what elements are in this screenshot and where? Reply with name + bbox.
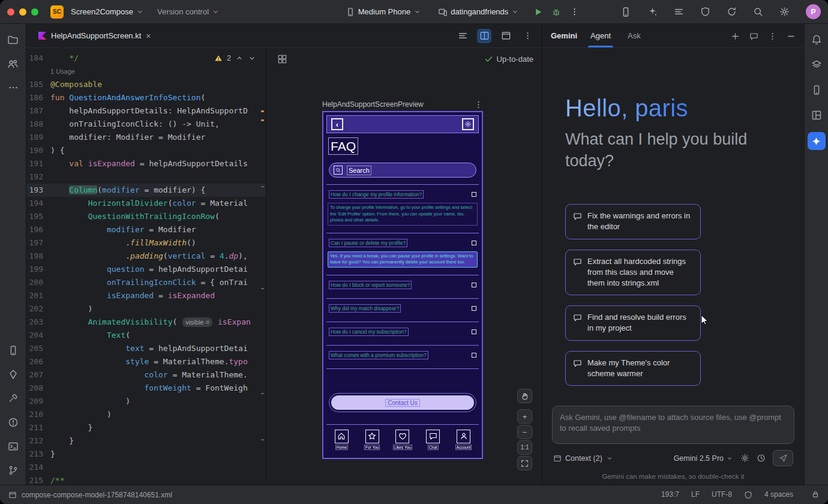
editor-list-button[interactable] <box>455 29 470 43</box>
previous-problem-button[interactable] <box>235 54 244 62</box>
code-line[interactable]: 190) { <box>26 144 266 157</box>
zoom-out-button[interactable]: − <box>517 425 532 439</box>
gemini-more-button[interactable] <box>768 31 777 40</box>
code-line[interactable]: 210 ) <box>26 408 266 421</box>
close-window-button[interactable] <box>7 8 14 16</box>
code-line[interactable]: 211 } <box>26 421 266 434</box>
code-lines[interactable]: 184 */1 Usage185@Composable186fun Questi… <box>26 48 266 485</box>
code-line[interactable]: 194 HorizontalDivider(color = Material <box>26 197 266 210</box>
gemini-settings-button[interactable] <box>740 454 749 463</box>
code-inlay-line[interactable]: 1 Usage <box>26 65 266 78</box>
more-tools-button[interactable] <box>5 79 22 96</box>
usage-hint[interactable]: 1 Usage <box>50 68 75 75</box>
code-line[interactable]: 214 <box>26 461 266 474</box>
warning-stripe-mark[interactable] <box>261 110 264 112</box>
code-line[interactable]: 201 isExpanded = isExpanded <box>26 289 266 302</box>
layers-tool-button[interactable] <box>808 56 825 73</box>
vcs-selector[interactable]: Version control <box>157 7 220 16</box>
code-line[interactable]: 206 style = MaterialTheme.typo <box>26 355 266 368</box>
more-run-actions-button[interactable] <box>567 5 581 19</box>
minimize-window-button[interactable] <box>19 8 26 16</box>
pull-requests-tool-button[interactable] <box>5 55 22 72</box>
project-tool-button[interactable] <box>5 31 22 48</box>
user-avatar[interactable]: P <box>806 4 821 19</box>
inspections-widget[interactable]: 2 <box>212 53 259 64</box>
code-line[interactable]: 191 val isExpanded = helpAndSupportDetai… <box>26 157 266 170</box>
read-lock-widget[interactable] <box>811 490 820 499</box>
code-line[interactable]: 196 modifier = Modifier <box>26 223 266 236</box>
error-stripe[interactable] <box>260 48 266 485</box>
layout-inspector-tool-button[interactable] <box>808 107 825 124</box>
resource-manager-tool-button[interactable] <box>5 366 22 383</box>
problems-tool-button[interactable] <box>5 414 22 431</box>
code-line[interactable]: 212 } <box>26 434 266 448</box>
editor-tab[interactable]: HelpAndSupportScreen.kt × <box>32 24 157 47</box>
zoom-reset-button[interactable]: 1:1 <box>517 440 532 455</box>
preview-more-icon[interactable] <box>474 100 483 109</box>
code-line[interactable]: 213} <box>26 448 266 461</box>
settings-button[interactable] <box>777 5 791 19</box>
zoom-to-fit-button[interactable] <box>517 456 532 470</box>
model-selector[interactable]: Gemini 2.5 Pro <box>674 454 733 463</box>
compose-preview-canvas[interactable]: ‹ FAQ Search How do I change my profile … <box>322 111 483 459</box>
suggestion-card[interactable]: Fix the warnings and errors in the edito… <box>565 204 701 239</box>
terminal-tool-button[interactable] <box>5 438 22 455</box>
notifications-button[interactable] <box>808 31 825 48</box>
zoom-in-button[interactable]: + <box>517 409 532 424</box>
code-line[interactable]: 188 onTrailingIconClick: () -> Unit, <box>26 118 266 131</box>
editor-more-button[interactable] <box>520 29 535 43</box>
code-line[interactable]: 203 AnimatedVisibility( visible = isExpa… <box>26 316 266 329</box>
suggestion-card[interactable]: Make my Theme's color scheme warmer <box>565 351 701 386</box>
split-mode-button[interactable] <box>477 29 491 43</box>
logcat-button[interactable] <box>671 5 686 19</box>
tab-agent[interactable]: Agent <box>587 24 614 47</box>
preview-layout-toggle-button[interactable] <box>275 52 289 66</box>
code-line[interactable]: 200 onTrailingIconClick = { onTrai <box>26 276 266 289</box>
code-line[interactable]: 189 modifier: Modifier = Modifier <box>26 131 266 144</box>
run-configuration-selector[interactable]: datingandfriends <box>438 7 519 17</box>
stripe-mark[interactable] <box>261 439 264 440</box>
debug-button[interactable] <box>549 5 563 19</box>
gradle-sync-button[interactable] <box>724 5 739 19</box>
tab-ask[interactable]: Ask <box>624 24 644 47</box>
new-chat-button[interactable] <box>731 31 740 40</box>
code-line[interactable]: 192 <box>26 170 266 184</box>
pan-button[interactable] <box>517 389 532 403</box>
send-button[interactable] <box>773 450 793 466</box>
code-line[interactable]: 202 ) <box>26 302 266 316</box>
running-devices-tool-button[interactable] <box>808 82 825 98</box>
stripe-mark[interactable] <box>261 288 264 289</box>
suggestion-card[interactable]: Find and resolve build errors in my proj… <box>565 305 701 340</box>
gemini-prompt-input[interactable]: Ask Gemini, use @filename to attach sour… <box>552 406 794 444</box>
suggestion-card[interactable]: Extract all hardcoded strings from this … <box>565 250 701 296</box>
code-line[interactable]: 204 Text( <box>26 329 266 342</box>
stripe-mark[interactable] <box>261 186 264 187</box>
code-line[interactable]: 208 fontWeight = FontWeigh <box>26 382 266 395</box>
search-everywhere-button[interactable] <box>751 5 765 19</box>
encoding-widget[interactable]: UTF-8 <box>712 490 732 499</box>
stripe-mark[interactable] <box>261 393 264 394</box>
gemini-tool-button[interactable] <box>808 132 826 150</box>
code-line[interactable]: 186fun QuestionAndAnswerInfoSection( <box>26 91 266 104</box>
status-widget-icon[interactable] <box>744 490 752 499</box>
warning-stripe-mark[interactable] <box>261 119 264 121</box>
code-line[interactable]: 209 ) <box>26 395 266 408</box>
code-line[interactable]: 193 Column(modifier = modifier) { <box>26 184 266 197</box>
ai-actions-button[interactable] <box>645 5 659 19</box>
code-line[interactable]: 195 QuestionWithTrailingIconRow( <box>26 210 266 223</box>
line-separator-widget[interactable]: LF <box>691 490 700 499</box>
project-selector[interactable]: Screen2Compose <box>71 7 144 16</box>
code-line[interactable]: 215/** <box>26 474 266 485</box>
zoom-window-button[interactable] <box>31 8 38 16</box>
code-editor[interactable]: 2 184 */1 Usage185@Composable186fun Ques… <box>26 48 266 485</box>
run-button[interactable] <box>531 5 545 19</box>
code-line[interactable]: 207 color = MaterialTheme. <box>26 368 266 382</box>
code-line[interactable]: 198 .padding(vertical = 4.dp), <box>26 250 266 263</box>
code-line[interactable]: 199 question = helpAndSupportDetai <box>26 263 266 276</box>
build-tool-button[interactable] <box>5 390 22 407</box>
caret-position-widget[interactable]: 193:7 <box>661 490 679 499</box>
indent-widget[interactable]: 4 spaces <box>764 490 793 499</box>
context-selector[interactable]: Context (2) <box>553 454 613 463</box>
next-problem-button[interactable] <box>248 54 256 62</box>
device-mirror-button[interactable] <box>619 5 633 19</box>
